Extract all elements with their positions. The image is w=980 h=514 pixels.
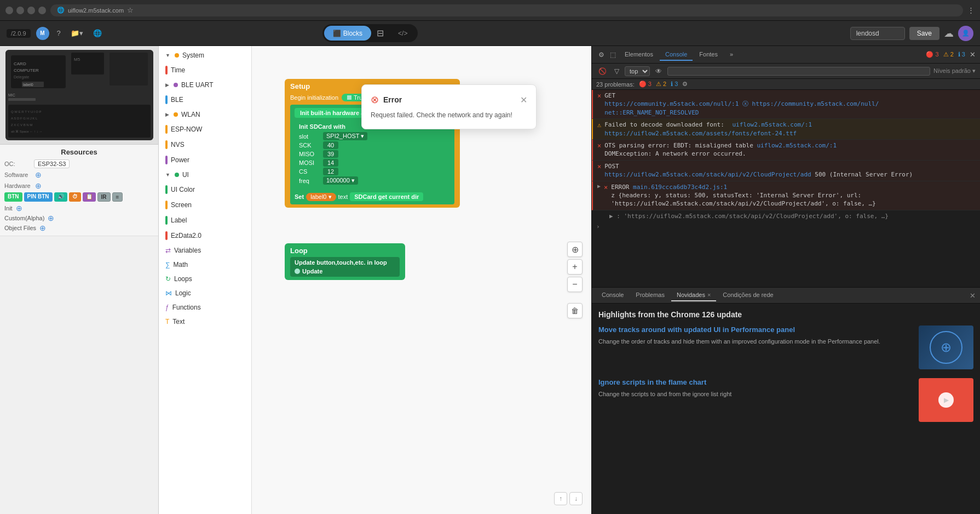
sidebar-item-time[interactable]: Time [159,62,251,78]
sidebar-item-logic[interactable]: ⋈ Logic [159,286,251,300]
cloud-button[interactable]: ☁ [944,27,954,39]
devtools-tab-elementos[interactable]: Elementos [619,49,659,61]
sidebar-item-ble-uart[interactable]: BLE UART [159,78,251,92]
filter-toggle-button[interactable]: ▽ [612,66,621,76]
devtools-tab-more[interactable]: » [724,49,739,61]
object-files-add-button[interactable]: ⊕ [38,224,47,232]
nav-up-arrow[interactable]: ↑ [554,492,567,505]
recenter-button[interactable]: ⊕ [567,242,583,257]
devtools-bottom-close-button[interactable]: ✕ [970,292,976,300]
save-button[interactable]: Save [909,27,939,40]
canvas-area[interactable]: Setup Begin initialization True Init bui… [252,46,591,514]
devtools-tab-console[interactable]: Console [660,49,693,61]
console-msg-link-2b[interactable]: https://uiflow2.m5stack.com/assets/fonts… [604,130,797,137]
clear-console-button[interactable]: 🚫 [596,66,609,76]
console-caret[interactable]: › [592,222,980,231]
code-toggle-btn[interactable]: </> [389,26,416,41]
share-button[interactable]: 🌐 [91,27,104,39]
expand-arrow-5[interactable]: ▶ [597,183,601,189]
hardware-add-button[interactable]: ⊕ [34,181,43,190]
favicon-icon: 🌐 [57,7,65,14]
freq-dropdown[interactable]: 1000000 ▾ [323,176,358,185]
sidebar-item-math[interactable]: ∑ Math [159,258,251,272]
custom-add-button[interactable]: ⊕ [47,214,55,222]
back-button[interactable]: ‹ [5,7,13,14]
filter-input[interactable] [667,67,930,76]
devtools-tab-fontes[interactable]: Fontes [694,49,723,61]
sidebar-item-ui-color[interactable]: UI Color [159,182,251,197]
init-add-button[interactable]: ⊕ [15,204,24,213]
forward-button[interactable]: › [16,7,24,14]
eye-button[interactable]: 👁 [653,66,664,76]
layout-toggle-btn[interactable]: ⊟ [372,26,388,41]
sidebar-item-wlan[interactable]: WLAN [159,107,251,122]
svg-rect-11 [109,53,148,85]
sidebar-item-label[interactable]: Label [159,213,251,228]
sidebar-item-loops[interactable]: ↻ Loops [159,272,251,286]
devtools-settings-icon[interactable]: ⚙ [596,50,607,60]
sdcard-get-btn[interactable]: SDCard get current dir [350,192,423,201]
sidebar-item-system[interactable]: System [159,48,251,62]
loop-block: Loop Update button,touch,etc. in loop Up… [285,243,405,280]
bottom-tab-problemas[interactable]: Problemas [630,289,670,301]
bottom-tab-rede[interactable]: Condições de rede [717,289,779,301]
console-msg-link-3[interactable]: uiflow2.m5stack.com/:1 [757,142,837,149]
sidebar-item-screen[interactable]: Screen [159,197,251,213]
sidebar-item-functions[interactable]: ƒ Functions [159,300,251,315]
console-msg-link-5[interactable]: main.619ccca6db73c4d2.js:1 [633,184,727,191]
novidades-close-button[interactable]: × [707,292,711,298]
username-input[interactable] [850,27,905,40]
blocks-toggle-btn[interactable]: ⬛ Blocks [324,26,371,41]
error-close-button[interactable]: ✕ [520,95,527,105]
sidebar-item-esp-now[interactable]: ESP-NOW [159,122,251,137]
console-msg-link-2[interactable]: uiflow2.m5stack.com/:1 [732,121,812,128]
bookmark-icon[interactable]: ☆ [127,6,134,14]
screen-color-bar [165,201,168,209]
devtools-inspect-icon[interactable]: ⬚ [608,50,618,60]
sidebar-item-ble[interactable]: BLE [159,92,251,107]
sidebar-item-nvs[interactable]: NVS [159,137,251,152]
highlight-heading-1[interactable]: Move tracks around with updated UI in Pe… [598,325,912,334]
refresh-button[interactable]: ↻ [27,7,35,14]
ui-color-bar [165,185,168,194]
devtools-close-button[interactable]: ✕ [970,50,976,59]
audio-block[interactable]: 🔊 [54,192,67,202]
svg-text:A S D F G H J K L: A S D F G H J K L [11,117,38,120]
ir-block[interactable]: IR [97,192,111,202]
address-bar[interactable]: 🌐 uiflow2.m5stack.com ☆ [50,4,963,16]
bottom-tab-novidades[interactable]: Novidades × [671,289,716,301]
bottom-tab-console[interactable]: Console [596,289,629,301]
compass-inner: ⊕ [930,331,962,364]
software-add-button[interactable]: ⊕ [34,170,43,179]
play-button-icon[interactable]: ▶ [938,392,954,408]
sidebar-item-variables[interactable]: ⇄ Variables [159,243,251,258]
question-button[interactable]: ? [55,27,63,39]
sidebar-item-ui[interactable]: UI [159,168,251,182]
sidebar-item-power[interactable]: Power [159,152,251,168]
extra-block[interactable]: ≡ [112,192,123,202]
console-msg-link-1[interactable]: https://community.m5stack.com/null/:1 ⓧ … [604,100,879,116]
highlight-heading-2[interactable]: Ignore scripts in the flame chart [598,378,912,386]
problems-gear-icon[interactable]: ⚙ [682,81,688,88]
nav-down-arrow[interactable]: ↓ [569,492,583,505]
zoom-in-button[interactable]: + [567,259,583,275]
svg-text:COMPUTER: COMPUTER [14,68,39,73]
slot-dropdown[interactable]: SPI2_HOST ▾ [323,132,367,140]
trash-button[interactable]: 🗑 [567,303,583,318]
copy-block[interactable]: 📋 [83,192,96,202]
btn-block[interactable]: BTN [4,192,22,202]
context-select[interactable]: top [625,66,650,76]
sidebar-item-ezdata[interactable]: EzData2.0 [159,228,251,243]
zoom-out-button[interactable]: − [567,277,583,292]
extensions-icon[interactable]: ⋮ [967,6,975,14]
label-block[interactable]: label0 ▾ [306,193,336,201]
device-image: CARD COMPUTER Delegate label0 MIC M5 Q W… [5,50,153,140]
pin-btn-block[interactable]: PIN BTN [24,192,53,202]
slot-row: slot SPI2_HOST ▾ [299,132,446,140]
console-msg-link-4[interactable]: https://uiflow2.m5stack.com/stack/api/v2… [604,171,811,178]
folder-button[interactable]: 📁▾ [68,27,85,39]
update-label: Update [302,268,322,275]
sidebar-item-text[interactable]: T Text [159,315,251,329]
home-button[interactable]: ⌂ [38,7,46,14]
timer-block[interactable]: ⏱ [69,192,81,202]
